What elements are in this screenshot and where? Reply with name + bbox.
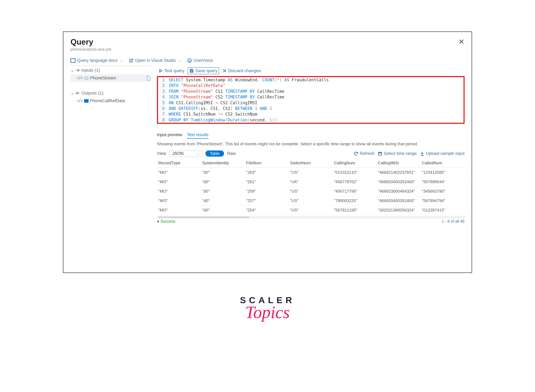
scroll-thumb[interactable] bbox=[158, 216, 249, 218]
upload-icon bbox=[420, 151, 425, 156]
storage-icon bbox=[84, 99, 89, 103]
refresh-icon bbox=[354, 151, 358, 156]
column-header[interactable]: SwitchNum bbox=[289, 158, 333, 168]
svg-point-0 bbox=[188, 59, 192, 62]
header: Query phoneanalysis-asa-job ✕ bbox=[70, 37, 465, 52]
column-header[interactable]: CallingIMSI bbox=[377, 158, 421, 168]
table-row[interactable]: "MO""d0""254""US""567811195""26202139005… bbox=[157, 205, 465, 215]
page-title: Query bbox=[70, 37, 111, 47]
uservoice-link[interactable]: UserVoice bbox=[187, 58, 213, 63]
results-table: RecordTypeSystemIdentityFileNumSwitchNum… bbox=[157, 158, 465, 215]
docs-icon bbox=[70, 58, 75, 63]
logo-text-bottom: Topics bbox=[63, 302, 472, 322]
inputs-group[interactable]: ⌄ Inputs (1) bbox=[70, 66, 151, 74]
column-header[interactable]: CalledNum bbox=[421, 158, 465, 168]
column-header[interactable]: CallingNum bbox=[333, 158, 377, 168]
view-select[interactable]: JSON ⌄ bbox=[169, 150, 202, 157]
tab-input-preview[interactable]: Input preview bbox=[157, 132, 182, 139]
status-text: Success bbox=[160, 219, 175, 224]
table-row[interactable]: "MO""d0""257""US""789003225""46692040035… bbox=[157, 196, 465, 205]
calendar-icon bbox=[378, 151, 382, 156]
code-icon: </> bbox=[77, 76, 83, 80]
sidebar-item-phonestream[interactable]: </> PhoneStream bbox=[70, 74, 151, 82]
open-vs-link[interactable]: Open in Visual Studio ⌄ bbox=[129, 58, 181, 63]
query-docs-link[interactable]: Query language docs ⌄ bbox=[70, 58, 122, 63]
select-time-range-button[interactable]: Select time range bbox=[378, 151, 417, 156]
table-row[interactable]: "MO""d0""259""US""456717795""46692300046… bbox=[157, 187, 465, 196]
raw-toggle[interactable]: Raw bbox=[227, 151, 236, 156]
preview-tabs: Input preview Test results bbox=[157, 132, 465, 139]
chevron-down-icon: ⌄ bbox=[70, 68, 74, 73]
column-header[interactable]: RecordType bbox=[157, 158, 201, 168]
table-toggle[interactable]: Table bbox=[206, 150, 224, 157]
pagination-text: 1 - 8 of all 46 bbox=[442, 219, 465, 224]
external-link-icon bbox=[129, 58, 134, 63]
refresh-button[interactable]: Refresh bbox=[354, 151, 375, 156]
app-window: Query phoneanalysis-asa-job ✕ Query lang… bbox=[63, 32, 472, 273]
column-header[interactable]: FileNum bbox=[245, 158, 289, 168]
save-query-button[interactable]: Save query bbox=[188, 67, 219, 74]
view-bar: View JSON ⌄ Table Raw Refresh Select tim bbox=[157, 150, 465, 157]
column-header[interactable]: SystemIdentity bbox=[201, 158, 245, 168]
topbar: Query language docs ⌄ Open in Visual Stu… bbox=[70, 58, 465, 63]
output-icon bbox=[75, 91, 80, 95]
table-row[interactable]: "MO""d0""263""US""012322110""46692140223… bbox=[157, 168, 465, 177]
save-icon bbox=[189, 68, 194, 73]
sql-editor[interactable]: 1SELECT System.Timestamp AS WindowEnd, C… bbox=[157, 76, 465, 124]
input-icon bbox=[75, 68, 80, 73]
content: Test query Save query Discard changes 1S… bbox=[151, 66, 465, 224]
upload-sample-button[interactable]: Upload sample input bbox=[420, 151, 465, 156]
sidebar-item-phonecallrefdata[interactable]: </> PhoneCallRefData bbox=[70, 97, 151, 105]
query-actions: Test query Save query Discard changes bbox=[157, 66, 465, 76]
close-icon[interactable]: ✕ bbox=[458, 37, 465, 46]
outputs-group[interactable]: ⌄ Outputs (1) bbox=[70, 89, 151, 97]
results-table-wrap: RecordTypeSystemIdentityFileNumSwitchNum… bbox=[157, 158, 465, 224]
code-icon: </> bbox=[77, 98, 83, 103]
smile-icon bbox=[187, 58, 192, 63]
scaler-logo: SCALER Topics bbox=[63, 295, 472, 322]
test-query-button[interactable]: Test query bbox=[157, 68, 186, 74]
document-icon[interactable] bbox=[147, 76, 151, 80]
chevron-down-icon: ⌄ bbox=[178, 59, 181, 63]
chevron-down-icon: ⌄ bbox=[70, 90, 74, 96]
tab-test-results[interactable]: Test results bbox=[187, 132, 209, 139]
table-row[interactable]: "MO""d0""261""UK""456779762""46692040035… bbox=[157, 177, 465, 187]
play-icon bbox=[158, 68, 163, 73]
sidebar: ⌄ Inputs (1) </> PhoneStream ⌄ Outputs (… bbox=[70, 66, 151, 224]
chevron-down-icon: ⌄ bbox=[120, 59, 122, 63]
svg-rect-1 bbox=[85, 77, 88, 79]
view-label: View bbox=[157, 151, 166, 156]
horizontal-scrollbar[interactable] bbox=[157, 216, 465, 218]
chevron-down-icon: ⌄ bbox=[197, 152, 199, 156]
eventhub-icon bbox=[84, 76, 89, 80]
job-name: phoneanalysis-asa-job bbox=[70, 47, 111, 52]
discard-changes-button[interactable]: Discard changes bbox=[221, 68, 262, 74]
x-icon bbox=[222, 68, 227, 73]
preview-note: Showing events from 'PhoneStream'. This … bbox=[157, 141, 465, 146]
svg-rect-2 bbox=[379, 152, 382, 155]
